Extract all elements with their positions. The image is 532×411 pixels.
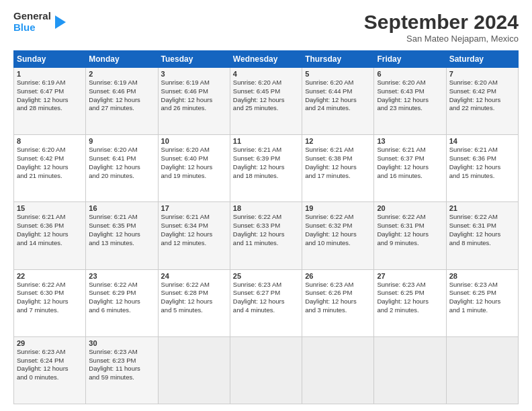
cell-content: Sunrise: 6:23 AMSunset: 6:27 PMDaylight:… <box>233 281 299 315</box>
cell-content: Sunrise: 6:23 AMSunset: 6:25 PMDaylight:… <box>377 281 443 315</box>
day-number: 9 <box>89 137 154 145</box>
list-item: 15Sunrise: 6:21 AMSunset: 6:36 PMDayligh… <box>14 202 86 269</box>
day-number: 25 <box>233 272 299 280</box>
day-number: 3 <box>161 70 227 78</box>
cell-content: Sunrise: 6:23 AMSunset: 6:26 PMDaylight:… <box>305 281 371 315</box>
list-item: 8Sunrise: 6:20 AMSunset: 6:42 PMDaylight… <box>14 135 86 202</box>
day-number: 23 <box>89 272 154 280</box>
col-sunday: Sunday <box>14 51 86 68</box>
list-item: 2Sunrise: 6:19 AMSunset: 6:46 PMDaylight… <box>86 68 158 135</box>
cell-content: Sunrise: 6:20 AMSunset: 6:43 PMDaylight:… <box>377 79 443 113</box>
day-number: 2 <box>89 70 154 78</box>
day-number: 19 <box>305 204 371 212</box>
list-item: 4Sunrise: 6:20 AMSunset: 6:45 PMDaylight… <box>230 68 302 135</box>
list-item: 1Sunrise: 6:19 AMSunset: 6:47 PMDaylight… <box>14 68 86 135</box>
logo-triangle-icon <box>55 15 66 29</box>
cell-content: Sunrise: 6:23 AMSunset: 6:25 PMDaylight:… <box>449 281 515 315</box>
calendar-header-row: Sunday Monday Tuesday Wednesday Thursday… <box>14 51 519 68</box>
cell-content: Sunrise: 6:20 AMSunset: 6:42 PMDaylight:… <box>449 79 515 113</box>
page: General Blue September 2024 San Mateo Ne… <box>0 0 532 411</box>
list-item: 3Sunrise: 6:19 AMSunset: 6:46 PMDaylight… <box>158 68 230 135</box>
list-item: 6Sunrise: 6:20 AMSunset: 6:43 PMDaylight… <box>374 68 446 135</box>
list-item: 21Sunrise: 6:22 AMSunset: 6:31 PMDayligh… <box>446 202 518 269</box>
svg-marker-0 <box>55 15 66 29</box>
day-number: 5 <box>305 70 371 78</box>
cell-content: Sunrise: 6:20 AMSunset: 6:45 PMDaylight:… <box>233 79 299 113</box>
calendar-table: Sunday Monday Tuesday Wednesday Thursday… <box>13 50 519 404</box>
cell-content: Sunrise: 6:23 AMSunset: 6:23 PMDaylight:… <box>89 348 154 382</box>
table-row: 8Sunrise: 6:20 AMSunset: 6:42 PMDaylight… <box>14 135 519 202</box>
cell-content: Sunrise: 6:21 AMSunset: 6:37 PMDaylight:… <box>377 146 443 180</box>
cell-content: Sunrise: 6:19 AMSunset: 6:47 PMDaylight:… <box>17 79 83 113</box>
day-number: 10 <box>161 137 227 145</box>
table-cell-empty <box>446 336 518 404</box>
logo: General Blue <box>13 11 66 33</box>
cell-content: Sunrise: 6:23 AMSunset: 6:24 PMDaylight:… <box>17 348 83 382</box>
cell-content: Sunrise: 6:22 AMSunset: 6:32 PMDaylight:… <box>305 213 371 247</box>
table-row: 29Sunrise: 6:23 AMSunset: 6:24 PMDayligh… <box>14 336 519 404</box>
cell-content: Sunrise: 6:20 AMSunset: 6:41 PMDaylight:… <box>89 146 154 180</box>
table-cell-empty <box>374 336 446 404</box>
location: San Mateo Nejapam, Mexico <box>364 34 519 44</box>
day-number: 30 <box>89 339 154 347</box>
logo-blue: Blue <box>13 22 51 34</box>
table-row: 1Sunrise: 6:19 AMSunset: 6:47 PMDaylight… <box>14 68 519 135</box>
table-cell-empty <box>230 336 302 404</box>
day-number: 16 <box>89 204 154 212</box>
cell-content: Sunrise: 6:21 AMSunset: 6:38 PMDaylight:… <box>305 146 371 180</box>
day-number: 1 <box>17 70 83 78</box>
list-item: 7Sunrise: 6:20 AMSunset: 6:42 PMDaylight… <box>446 68 518 135</box>
day-number: 12 <box>305 137 371 145</box>
table-row: 22Sunrise: 6:22 AMSunset: 6:30 PMDayligh… <box>14 269 519 336</box>
cell-content: Sunrise: 6:21 AMSunset: 6:34 PMDaylight:… <box>161 213 227 247</box>
col-tuesday: Tuesday <box>158 51 230 68</box>
cell-content: Sunrise: 6:22 AMSunset: 6:31 PMDaylight:… <box>449 213 515 247</box>
col-wednesday: Wednesday <box>230 51 302 68</box>
day-number: 11 <box>233 137 299 145</box>
list-item: 24Sunrise: 6:22 AMSunset: 6:28 PMDayligh… <box>158 269 230 336</box>
list-item: 5Sunrise: 6:20 AMSunset: 6:44 PMDaylight… <box>302 68 374 135</box>
day-number: 26 <box>305 272 371 280</box>
day-number: 8 <box>17 137 83 145</box>
list-item: 28Sunrise: 6:23 AMSunset: 6:25 PMDayligh… <box>446 269 518 336</box>
list-item: 16Sunrise: 6:21 AMSunset: 6:35 PMDayligh… <box>86 202 158 269</box>
day-number: 22 <box>17 272 83 280</box>
table-cell-empty <box>158 336 230 404</box>
day-number: 13 <box>377 137 443 145</box>
cell-content: Sunrise: 6:21 AMSunset: 6:35 PMDaylight:… <box>89 213 154 247</box>
list-item: 27Sunrise: 6:23 AMSunset: 6:25 PMDayligh… <box>374 269 446 336</box>
logo-text-block: General Blue <box>13 11 51 33</box>
cell-content: Sunrise: 6:19 AMSunset: 6:46 PMDaylight:… <box>161 79 227 113</box>
day-number: 20 <box>377 204 443 212</box>
header: General Blue September 2024 San Mateo Ne… <box>13 11 519 44</box>
title-block: September 2024 San Mateo Nejapam, Mexico <box>364 11 519 44</box>
day-number: 18 <box>233 204 299 212</box>
list-item: 30Sunrise: 6:23 AMSunset: 6:23 PMDayligh… <box>86 336 158 404</box>
list-item: 26Sunrise: 6:23 AMSunset: 6:26 PMDayligh… <box>302 269 374 336</box>
day-number: 14 <box>449 137 515 145</box>
col-saturday: Saturday <box>446 51 518 68</box>
day-number: 7 <box>449 70 515 78</box>
table-row: 15Sunrise: 6:21 AMSunset: 6:36 PMDayligh… <box>14 202 519 269</box>
list-item: 19Sunrise: 6:22 AMSunset: 6:32 PMDayligh… <box>302 202 374 269</box>
day-number: 28 <box>449 272 515 280</box>
list-item: 23Sunrise: 6:22 AMSunset: 6:29 PMDayligh… <box>86 269 158 336</box>
cell-content: Sunrise: 6:22 AMSunset: 6:29 PMDaylight:… <box>89 281 154 315</box>
col-monday: Monday <box>86 51 158 68</box>
day-number: 24 <box>161 272 227 280</box>
col-friday: Friday <box>374 51 446 68</box>
cell-content: Sunrise: 6:22 AMSunset: 6:28 PMDaylight:… <box>161 281 227 315</box>
cell-content: Sunrise: 6:21 AMSunset: 6:39 PMDaylight:… <box>233 146 299 180</box>
cell-content: Sunrise: 6:21 AMSunset: 6:36 PMDaylight:… <box>449 146 515 180</box>
list-item: 12Sunrise: 6:21 AMSunset: 6:38 PMDayligh… <box>302 135 374 202</box>
cell-content: Sunrise: 6:21 AMSunset: 6:36 PMDaylight:… <box>17 213 83 247</box>
cell-content: Sunrise: 6:19 AMSunset: 6:46 PMDaylight:… <box>89 79 154 113</box>
cell-content: Sunrise: 6:22 AMSunset: 6:33 PMDaylight:… <box>233 213 299 247</box>
logo-general: General <box>13 11 51 22</box>
cell-content: Sunrise: 6:20 AMSunset: 6:44 PMDaylight:… <box>305 79 371 113</box>
list-item: 18Sunrise: 6:22 AMSunset: 6:33 PMDayligh… <box>230 202 302 269</box>
cell-content: Sunrise: 6:20 AMSunset: 6:42 PMDaylight:… <box>17 146 83 180</box>
day-number: 6 <box>377 70 443 78</box>
cell-content: Sunrise: 6:22 AMSunset: 6:31 PMDaylight:… <box>377 213 443 247</box>
day-number: 15 <box>17 204 83 212</box>
